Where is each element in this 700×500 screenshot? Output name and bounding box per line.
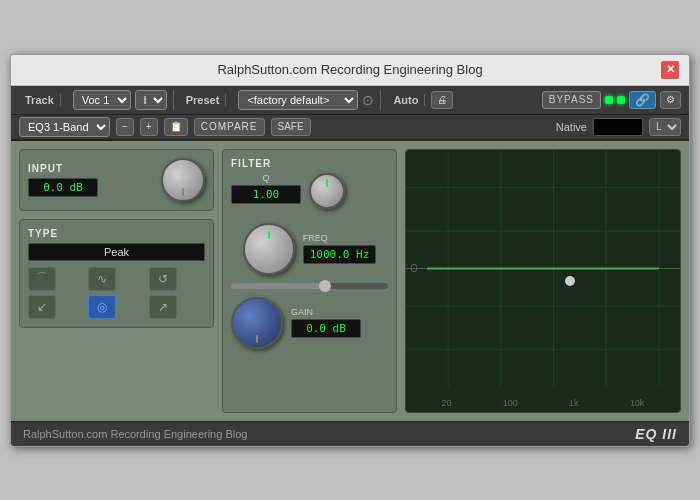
q-knob-indicator [326, 179, 328, 187]
print-button[interactable]: 🖨 [431, 91, 453, 109]
track-sub-select[interactable]: b [135, 90, 167, 110]
type-btn-1[interactable]: ∿ [88, 267, 116, 291]
freq-knob-container [243, 223, 295, 275]
input-label: INPUT [28, 163, 63, 174]
track-section: Track [19, 94, 61, 106]
filter-label: FILTER [231, 158, 388, 169]
auto-label: Auto [393, 94, 418, 106]
native-label: Native [556, 121, 587, 133]
preset-section: Preset [180, 94, 227, 106]
bypass-led2 [617, 96, 625, 104]
type-label: TYPE [28, 228, 205, 239]
input-knob[interactable] [161, 158, 205, 202]
type-btn-2[interactable]: ↺ [149, 267, 177, 291]
eq-label-20: 20 [442, 398, 452, 408]
native-display [593, 118, 643, 136]
auto-section: Auto [387, 94, 425, 106]
plugin-window: RalphSutton.com Recording Engineering Bl… [10, 54, 690, 447]
freq-slider-thumb [319, 280, 331, 292]
gain-controls: GAIN 0.0 dB [231, 297, 388, 349]
native-controls: Native L [556, 118, 681, 136]
track-select[interactable]: Voc 1 [73, 90, 131, 110]
window-title: RalphSutton.com Recording Engineering Bl… [39, 62, 661, 77]
footer-bar: RalphSutton.com Recording Engineering Bl… [11, 421, 689, 446]
gain-knob-indicator [256, 335, 258, 343]
bypass-led1 [605, 96, 613, 104]
svg-text:O: O [410, 262, 417, 274]
close-button[interactable]: ✕ [661, 61, 679, 79]
toolbar-row2: EQ3 1-Band − + 📋 COMPARE SAFE Native L [11, 115, 689, 141]
filter-section: FILTER Q 1.00 [222, 149, 397, 413]
type-btn-0[interactable]: ⌒ [28, 267, 56, 291]
footer-text: RalphSutton.com Recording Engineering Bl… [23, 428, 247, 440]
title-bar: RalphSutton.com Recording Engineering Bl… [11, 55, 689, 86]
freq-value: 1000.0 Hz [303, 245, 377, 264]
type-btn-3[interactable]: ↙ [28, 295, 56, 319]
freq-slider[interactable] [231, 283, 388, 289]
minus-button[interactable]: − [116, 118, 134, 136]
copy-button[interactable]: 📋 [164, 118, 188, 136]
input-knob-container [161, 158, 205, 202]
gain-knob[interactable] [231, 297, 283, 349]
eq-logo: EQ III [635, 426, 677, 442]
track-label: Track [25, 94, 54, 106]
q-knob-container [309, 173, 345, 209]
plugin-body: INPUT 0.0 dB TYPE Peak ⌒ ∿ ↺ ↙ [11, 141, 689, 421]
preset-label: Preset [186, 94, 220, 106]
q-value: 1.00 [231, 185, 301, 204]
eq-display: O 20 100 1k 10k [405, 149, 681, 413]
plugin-name-select[interactable]: EQ3 1-Band [19, 117, 110, 137]
type-display: Peak [28, 243, 205, 261]
type-section: TYPE Peak ⌒ ∿ ↺ ↙ ◎ ↗ [19, 219, 214, 328]
eq-freq-labels: 20 100 1k 10k [406, 398, 680, 408]
q-knob[interactable] [309, 173, 345, 209]
input-knob-indicator [182, 188, 184, 196]
freq-knob[interactable] [243, 223, 295, 275]
link-button[interactable]: 🔗 [629, 91, 656, 109]
input-section: INPUT 0.0 dB [19, 149, 214, 211]
auto-controls: 🖨 [431, 91, 453, 109]
gain-section: GAIN 0.0 dB [231, 297, 388, 349]
eq-grid: O [406, 150, 680, 412]
input-controls: INPUT 0.0 dB [28, 163, 151, 197]
eq-label-10k: 10k [630, 398, 645, 408]
track-controls: Voc 1 b [67, 90, 174, 110]
channel-select[interactable]: L [649, 118, 681, 136]
input-value: 0.0 dB [28, 178, 98, 197]
eq-svg: O [406, 150, 680, 412]
type-btn-4[interactable]: ◎ [88, 295, 116, 319]
freq-knob-indicator [268, 231, 270, 239]
gain-label: GAIN [291, 307, 361, 317]
gain-value: 0.0 dB [291, 319, 361, 338]
eq-point-handle[interactable] [565, 276, 575, 286]
type-buttons-grid: ⌒ ∿ ↺ ↙ ◎ ↗ [28, 267, 205, 319]
left-panel: INPUT 0.0 dB TYPE Peak ⌒ ∿ ↺ ↙ [19, 149, 214, 413]
type-btn-5[interactable]: ↗ [149, 295, 177, 319]
filter-q-row: Q 1.00 [231, 173, 388, 209]
q-label: Q [262, 173, 269, 183]
freq-display-wrap: FREQ 1000.0 Hz [303, 233, 377, 264]
compare-button[interactable]: COMPARE [194, 118, 265, 136]
plus-button[interactable]: + [140, 118, 158, 136]
eq-label-1k: 1k [569, 398, 579, 408]
bypass-button[interactable]: BYPASS [542, 91, 601, 109]
filter-q-wrap: Q 1.00 [231, 173, 301, 204]
preset-menu-icon[interactable]: ⊙ [362, 92, 374, 108]
safe-button[interactable]: SAFE [271, 118, 311, 136]
filter-freq-wrap: FREQ 1000.0 Hz [231, 215, 388, 275]
freq-label: FREQ [303, 233, 377, 243]
bypass-controls: BYPASS 🔗 ⚙ [542, 91, 681, 109]
eq-label-100: 100 [503, 398, 518, 408]
preset-controls: <factory default> ⊙ [232, 90, 381, 110]
settings-button[interactable]: ⚙ [660, 91, 681, 109]
freq-controls: FREQ 1000.0 Hz [243, 223, 377, 275]
gain-display-wrap: GAIN 0.0 dB [291, 307, 361, 338]
gain-knob-container [231, 297, 283, 349]
toolbar-row1: Track Voc 1 b Preset <factory default> ⊙… [11, 86, 689, 115]
preset-select[interactable]: <factory default> [238, 90, 358, 110]
